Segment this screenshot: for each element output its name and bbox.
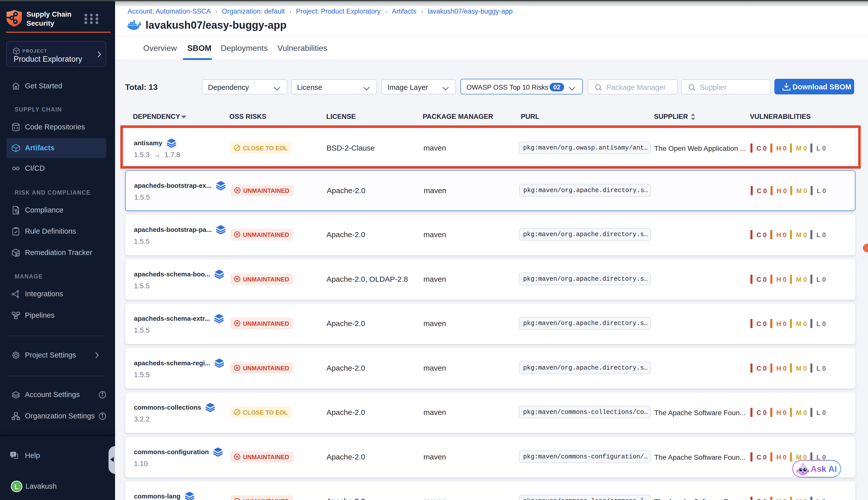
svg-text:?: ? <box>12 452 14 456</box>
